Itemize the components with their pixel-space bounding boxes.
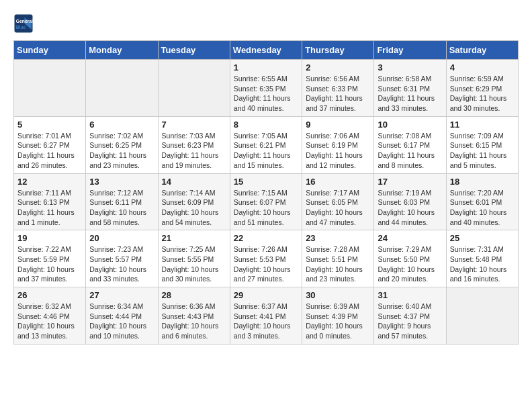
day-info: Sunrise: 7:25 AM Sunset: 5:55 PM Dayligh…: [162, 244, 226, 284]
calendar-day-cell: 21Sunrise: 7:25 AM Sunset: 5:55 PM Dayli…: [158, 230, 230, 287]
day-number: 25: [450, 233, 515, 243]
calendar-day-cell: 26Sunrise: 6:32 AM Sunset: 4:46 PM Dayli…: [14, 287, 86, 345]
day-of-week-header: Monday: [86, 41, 158, 60]
logo: General Blue: [13, 13, 36, 34]
day-number: 4: [450, 62, 515, 73]
day-number: 23: [306, 233, 370, 243]
day-number: 21: [162, 233, 226, 243]
day-info: Sunrise: 7:23 AM Sunset: 5:57 PM Dayligh…: [89, 244, 154, 284]
day-info: Sunrise: 6:58 AM Sunset: 6:31 PM Dayligh…: [378, 74, 442, 113]
day-info: Sunrise: 6:32 AM Sunset: 4:46 PM Dayligh…: [17, 302, 82, 341]
day-number: 14: [162, 177, 226, 187]
calendar-day-cell: 30Sunrise: 6:39 AM Sunset: 4:39 PM Dayli…: [302, 287, 374, 345]
day-number: 10: [378, 120, 442, 130]
day-number: 26: [17, 290, 82, 300]
calendar-day-cell: 12Sunrise: 7:11 AM Sunset: 6:13 PM Dayli…: [14, 173, 86, 230]
calendar-day-cell: 13Sunrise: 7:12 AM Sunset: 6:11 PM Dayli…: [86, 173, 158, 230]
calendar-day-cell: 19Sunrise: 7:22 AM Sunset: 5:59 PM Dayli…: [14, 230, 86, 287]
day-number: 5: [17, 120, 82, 130]
day-info: Sunrise: 7:19 AM Sunset: 6:03 PM Dayligh…: [378, 188, 442, 228]
day-info: Sunrise: 7:14 AM Sunset: 6:09 PM Dayligh…: [162, 188, 226, 228]
day-of-week-header: Saturday: [446, 41, 518, 60]
day-number: 13: [89, 177, 154, 187]
day-info: Sunrise: 7:01 AM Sunset: 6:27 PM Dayligh…: [17, 131, 82, 171]
day-number: 28: [162, 290, 226, 300]
day-of-week-header: Sunday: [14, 41, 86, 60]
day-of-week-header: Friday: [374, 41, 446, 60]
day-info: Sunrise: 7:15 AM Sunset: 6:07 PM Dayligh…: [234, 188, 298, 228]
calendar-day-cell: 3Sunrise: 6:58 AM Sunset: 6:31 PM Daylig…: [374, 60, 446, 117]
day-info: Sunrise: 6:36 AM Sunset: 4:43 PM Dayligh…: [162, 302, 226, 341]
day-number: 19: [17, 233, 82, 243]
calendar-empty-cell: [158, 60, 230, 117]
day-number: 9: [306, 120, 370, 130]
day-number: 6: [89, 120, 154, 130]
calendar-week-row: 1Sunrise: 6:55 AM Sunset: 6:35 PM Daylig…: [14, 60, 519, 117]
day-info: Sunrise: 6:55 AM Sunset: 6:35 PM Dayligh…: [234, 74, 298, 113]
day-number: 20: [89, 233, 154, 243]
calendar-empty-cell: [86, 60, 158, 117]
day-number: 8: [234, 120, 298, 130]
calendar-day-cell: 18Sunrise: 7:20 AM Sunset: 6:01 PM Dayli…: [446, 173, 518, 230]
day-number: 18: [450, 177, 515, 187]
day-info: Sunrise: 7:09 AM Sunset: 6:15 PM Dayligh…: [450, 131, 515, 171]
day-info: Sunrise: 6:39 AM Sunset: 4:39 PM Dayligh…: [306, 302, 370, 341]
day-number: 22: [234, 233, 298, 243]
day-info: Sunrise: 6:34 AM Sunset: 4:44 PM Dayligh…: [89, 302, 154, 341]
calendar-week-row: 19Sunrise: 7:22 AM Sunset: 5:59 PM Dayli…: [14, 230, 519, 287]
day-info: Sunrise: 6:59 AM Sunset: 6:29 PM Dayligh…: [450, 74, 515, 113]
day-info: Sunrise: 7:29 AM Sunset: 5:50 PM Dayligh…: [378, 244, 442, 284]
day-of-week-header: Wednesday: [230, 41, 302, 60]
day-info: Sunrise: 7:17 AM Sunset: 6:05 PM Dayligh…: [306, 188, 370, 228]
calendar-day-cell: 4Sunrise: 6:59 AM Sunset: 6:29 PM Daylig…: [446, 60, 518, 117]
day-info: Sunrise: 7:02 AM Sunset: 6:25 PM Dayligh…: [89, 131, 154, 171]
calendar-empty-cell: [446, 287, 518, 345]
calendar-week-row: 5Sunrise: 7:01 AM Sunset: 6:27 PM Daylig…: [14, 116, 519, 173]
calendar-week-row: 26Sunrise: 6:32 AM Sunset: 4:46 PM Dayli…: [14, 287, 519, 345]
day-info: Sunrise: 7:20 AM Sunset: 6:01 PM Dayligh…: [450, 188, 515, 228]
day-number: 12: [17, 177, 82, 187]
day-info: Sunrise: 6:56 AM Sunset: 6:33 PM Dayligh…: [306, 74, 370, 113]
calendar-week-row: 12Sunrise: 7:11 AM Sunset: 6:13 PM Dayli…: [14, 173, 519, 230]
calendar-day-cell: 1Sunrise: 6:55 AM Sunset: 6:35 PM Daylig…: [230, 60, 302, 117]
calendar-day-cell: 11Sunrise: 7:09 AM Sunset: 6:15 PM Dayli…: [446, 116, 518, 173]
calendar-day-cell: 25Sunrise: 7:31 AM Sunset: 5:48 PM Dayli…: [446, 230, 518, 287]
calendar-day-cell: 27Sunrise: 6:34 AM Sunset: 4:44 PM Dayli…: [86, 287, 158, 345]
calendar-day-cell: 22Sunrise: 7:26 AM Sunset: 5:53 PM Dayli…: [230, 230, 302, 287]
day-number: 17: [378, 177, 442, 187]
day-number: 24: [378, 233, 442, 243]
day-info: Sunrise: 6:40 AM Sunset: 4:37 PM Dayligh…: [378, 302, 442, 341]
day-number: 3: [378, 62, 442, 73]
calendar-day-cell: 7Sunrise: 7:03 AM Sunset: 6:23 PM Daylig…: [158, 116, 230, 173]
day-number: 16: [306, 177, 370, 187]
day-info: Sunrise: 7:11 AM Sunset: 6:13 PM Dayligh…: [17, 188, 82, 228]
day-info: Sunrise: 7:26 AM Sunset: 5:53 PM Dayligh…: [234, 244, 298, 284]
day-number: 2: [306, 62, 370, 73]
svg-text:General: General: [16, 19, 33, 24]
calendar-day-cell: 9Sunrise: 7:06 AM Sunset: 6:19 PM Daylig…: [302, 116, 374, 173]
day-info: Sunrise: 7:28 AM Sunset: 5:51 PM Dayligh…: [306, 244, 370, 284]
day-of-week-header: Thursday: [302, 41, 374, 60]
day-number: 11: [450, 120, 515, 130]
calendar-day-cell: 23Sunrise: 7:28 AM Sunset: 5:51 PM Dayli…: [302, 230, 374, 287]
calendar-day-cell: 28Sunrise: 6:36 AM Sunset: 4:43 PM Dayli…: [158, 287, 230, 345]
calendar-empty-cell: [14, 60, 86, 117]
svg-text:Blue: Blue: [16, 25, 26, 30]
calendar-day-cell: 15Sunrise: 7:15 AM Sunset: 6:07 PM Dayli…: [230, 173, 302, 230]
day-number: 31: [378, 290, 442, 300]
day-number: 1: [234, 62, 298, 73]
calendar-table: SundayMondayTuesdayWednesdayThursdayFrid…: [13, 40, 519, 345]
calendar-day-cell: 8Sunrise: 7:05 AM Sunset: 6:21 PM Daylig…: [230, 116, 302, 173]
day-info: Sunrise: 7:22 AM Sunset: 5:59 PM Dayligh…: [17, 244, 82, 284]
calendar-day-cell: 6Sunrise: 7:02 AM Sunset: 6:25 PM Daylig…: [86, 116, 158, 173]
calendar-day-cell: 20Sunrise: 7:23 AM Sunset: 5:57 PM Dayli…: [86, 230, 158, 287]
calendar-day-cell: 31Sunrise: 6:40 AM Sunset: 4:37 PM Dayli…: [374, 287, 446, 345]
calendar-day-cell: 17Sunrise: 7:19 AM Sunset: 6:03 PM Dayli…: [374, 173, 446, 230]
day-info: Sunrise: 7:03 AM Sunset: 6:23 PM Dayligh…: [162, 131, 226, 171]
day-info: Sunrise: 7:12 AM Sunset: 6:11 PM Dayligh…: [89, 188, 154, 228]
day-number: 15: [234, 177, 298, 187]
day-info: Sunrise: 6:37 AM Sunset: 4:41 PM Dayligh…: [234, 302, 298, 341]
logo-icon: General Blue: [13, 13, 34, 34]
calendar-day-cell: 10Sunrise: 7:08 AM Sunset: 6:17 PM Dayli…: [374, 116, 446, 173]
day-number: 7: [162, 120, 226, 130]
